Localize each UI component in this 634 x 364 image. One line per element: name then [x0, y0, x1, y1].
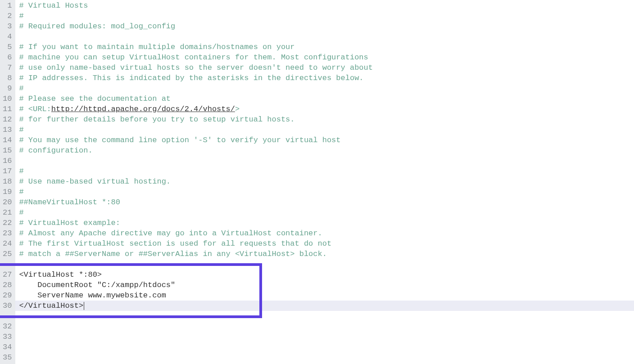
- text-cursor: [84, 302, 84, 310]
- line-number: 30: [3, 301, 12, 311]
- line-number: 32: [3, 321, 12, 332]
- code-line[interactable]: </VirtualHost>: [15, 301, 634, 311]
- line-number: 15: [3, 145, 12, 156]
- code-line[interactable]: # Virtual Hosts: [15, 0, 634, 11]
- line-number: 28: [3, 280, 12, 290]
- code-line[interactable]: [15, 342, 634, 352]
- code-line[interactable]: #: [15, 125, 634, 135]
- line-number: 4: [3, 31, 12, 42]
- line-number-gutter: 1234567891011121314151617181920212223242…: [0, 0, 15, 364]
- code-line[interactable]: [15, 311, 634, 321]
- code-line[interactable]: ServerName www.mywebsite.com: [15, 290, 634, 301]
- code-line[interactable]: [15, 352, 634, 363]
- line-number: 22: [3, 218, 12, 228]
- line-number: 18: [3, 176, 12, 187]
- code-line[interactable]: DocumentRoot "C:/xampp/htdocs": [15, 280, 634, 290]
- line-number: 2: [3, 11, 12, 21]
- line-number: 5: [3, 42, 12, 52]
- documentation-url[interactable]: http://httpd.apache.org/docs/2.4/vhosts/: [51, 105, 235, 113]
- code-line[interactable]: # for further details before you try to …: [15, 114, 634, 125]
- code-line[interactable]: #: [15, 207, 634, 218]
- code-line[interactable]: [15, 321, 634, 332]
- line-number: 3: [3, 21, 12, 31]
- code-editor-area[interactable]: # Virtual Hosts## Required modules: mod_…: [15, 0, 634, 364]
- code-line[interactable]: [15, 31, 634, 42]
- line-number: [3, 259, 12, 270]
- line-number: 17: [3, 166, 12, 176]
- code-line[interactable]: [15, 259, 634, 270]
- code-line[interactable]: # Please see the documentation at: [15, 94, 634, 104]
- code-line[interactable]: # If you want to maintain multiple domai…: [15, 42, 634, 52]
- code-line[interactable]: #: [15, 11, 634, 21]
- line-number: 21: [3, 207, 12, 218]
- line-number: 19: [3, 187, 12, 197]
- line-number: 24: [3, 238, 12, 249]
- code-line[interactable]: <VirtualHost *:80>: [15, 270, 634, 280]
- code-line[interactable]: [15, 332, 634, 342]
- line-number: 10: [3, 94, 12, 104]
- code-line[interactable]: ##NameVirtualHost *:80: [15, 197, 634, 207]
- line-number: 35: [3, 352, 12, 363]
- line-number: 33: [3, 332, 12, 342]
- line-number: 9: [3, 83, 12, 94]
- line-number: 7: [3, 63, 12, 73]
- code-line[interactable]: # Almost any Apache directive may go int…: [15, 228, 634, 238]
- code-line[interactable]: [15, 156, 634, 166]
- line-number: 29: [3, 290, 12, 301]
- code-line[interactable]: # <URL:http://httpd.apache.org/docs/2.4/…: [15, 104, 634, 114]
- code-line[interactable]: # VirtualHost example:: [15, 218, 634, 228]
- line-number: 6: [3, 52, 12, 63]
- line-number: [3, 311, 12, 321]
- code-line[interactable]: # You may use the command line option '-…: [15, 135, 634, 145]
- code-line[interactable]: # configuration.: [15, 145, 634, 156]
- line-number: 16: [3, 156, 12, 166]
- code-line[interactable]: # match a ##ServerName or ##ServerAlias …: [15, 249, 634, 259]
- line-number: 8: [3, 73, 12, 83]
- code-line[interactable]: # use only name-based virtual hosts so t…: [15, 63, 634, 73]
- code-line[interactable]: #: [15, 83, 634, 94]
- line-number: 34: [3, 342, 12, 352]
- line-number: 1: [3, 0, 12, 11]
- line-number: 12: [3, 114, 12, 125]
- code-line[interactable]: # machine you can setup VirtualHost cont…: [15, 52, 634, 63]
- line-number: 25: [3, 249, 12, 259]
- code-line[interactable]: # The first VirtualHost section is used …: [15, 238, 634, 249]
- code-line[interactable]: #: [15, 166, 634, 176]
- line-number: 11: [3, 104, 12, 114]
- line-number: 20: [3, 197, 12, 207]
- code-line[interactable]: # Required modules: mod_log_config: [15, 21, 634, 31]
- code-line[interactable]: #: [15, 187, 634, 197]
- line-number: 27: [3, 270, 12, 280]
- code-line[interactable]: # IP addresses. This is indicated by the…: [15, 73, 634, 83]
- line-number: 23: [3, 228, 12, 238]
- line-number: 14: [3, 135, 12, 145]
- code-line[interactable]: # Use name-based virtual hosting.: [15, 176, 634, 187]
- line-number: 13: [3, 125, 12, 135]
